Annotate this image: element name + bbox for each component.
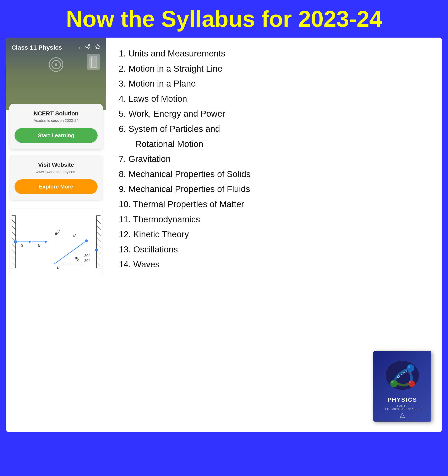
list-item: 7. Gravitation (119, 153, 429, 165)
list-item: 2. Motion in a Straight Line (119, 63, 429, 74)
svg-line-4 (87, 45, 89, 46)
svg-text:u: u (57, 265, 60, 270)
svg-text:u: u (73, 233, 76, 238)
ncert-subtitle: Academic session 2023-24 (15, 119, 97, 123)
list-item: 8. Mechanical Properties of Solids (119, 169, 429, 180)
visit-card: Visit Website www.tiwariacademy.com Expl… (9, 155, 103, 200)
svg-marker-63 (400, 413, 405, 418)
syllabus-list: 1. Units and Measurements 2. Motion in a… (119, 48, 429, 270)
list-item: 1. Units and Measurements (119, 48, 429, 59)
book-cover-subtitle: TEXTBOOK FOR CLASS XI (383, 408, 422, 411)
ncert-title: NCERT Solution (15, 110, 97, 117)
app-title: Class 11 Physics (11, 44, 62, 51)
target-inner (51, 60, 61, 69)
list-item: 3. Motion in a Plane (119, 78, 429, 90)
list-item: 12. Kinetic Theory (119, 229, 429, 240)
list-item: 6. System of Particles and (119, 123, 429, 135)
list-item: 9. Mechanical Properties of Fluids (119, 183, 429, 195)
svg-marker-5 (95, 44, 100, 49)
svg-point-45 (85, 239, 88, 242)
svg-point-55 (408, 365, 410, 368)
svg-text:30°: 30° (84, 259, 90, 263)
svg-point-0 (89, 44, 90, 46)
app-header-top: Class 11 Physics ← (11, 44, 101, 51)
svg-point-1 (86, 46, 87, 48)
book-cover: PHYSICS PART I TEXTBOOK FOR CLASS XI (373, 351, 431, 422)
list-item: 13. Oscillations (119, 244, 429, 255)
svg-point-57 (391, 381, 394, 383)
content-area: Class 11 Physics ← (6, 38, 442, 432)
star-icon[interactable] (95, 44, 101, 51)
svg-text:30°: 30° (84, 254, 90, 258)
svg-text:y: y (57, 229, 60, 233)
start-learning-button[interactable]: Start Learning (15, 128, 97, 143)
svg-text:u: u (38, 243, 40, 248)
list-item: 5. Work, Energy and Power (119, 108, 429, 119)
share-icon[interactable]: ← (77, 44, 91, 51)
left-panel: Class 11 Physics ← (6, 38, 106, 432)
list-item: 11. Thermodynamics (119, 214, 429, 225)
svg-point-54 (407, 364, 414, 372)
app-header: Class 11 Physics ← (6, 38, 106, 110)
list-item: 14. Waves (119, 259, 429, 270)
ncert-card: NCERT Solution Academic session 2023-24 … (9, 104, 103, 149)
list-item: 10. Thermal Properties of Matter (119, 199, 429, 210)
list-item: 4. Laws of Motion (119, 93, 429, 105)
svg-rect-6 (90, 57, 97, 67)
svg-point-52 (95, 249, 98, 251)
page-title: Now the Syllabus for 2023-24 (6, 6, 442, 31)
explore-more-button[interactable]: Explore More (15, 179, 97, 194)
header-icons: ← (77, 44, 101, 51)
target-icon (49, 57, 63, 72)
list-item-rotational: Rotational Motion (119, 138, 429, 150)
book-cover-title: PHYSICS (387, 397, 417, 403)
visit-title: Visit Website (15, 162, 97, 168)
visit-url: www.tiwariacademy.com (15, 170, 97, 174)
book-icon (87, 54, 100, 70)
svg-text:x: x (76, 258, 79, 262)
right-panel: 1. Units and Measurements 2. Motion in a… (106, 38, 442, 432)
book-icon-container (87, 54, 100, 70)
svg-point-56 (390, 380, 398, 387)
svg-line-3 (87, 47, 89, 48)
book-cover-part: PART I (397, 404, 408, 408)
svg-point-2 (89, 48, 90, 49)
svg-point-59 (409, 381, 411, 383)
physics-diagram: u u y x 30° 30° u (9, 209, 103, 275)
book-cover-visual (376, 354, 428, 397)
target-dot (55, 63, 57, 66)
svg-text:u: u (21, 243, 23, 248)
